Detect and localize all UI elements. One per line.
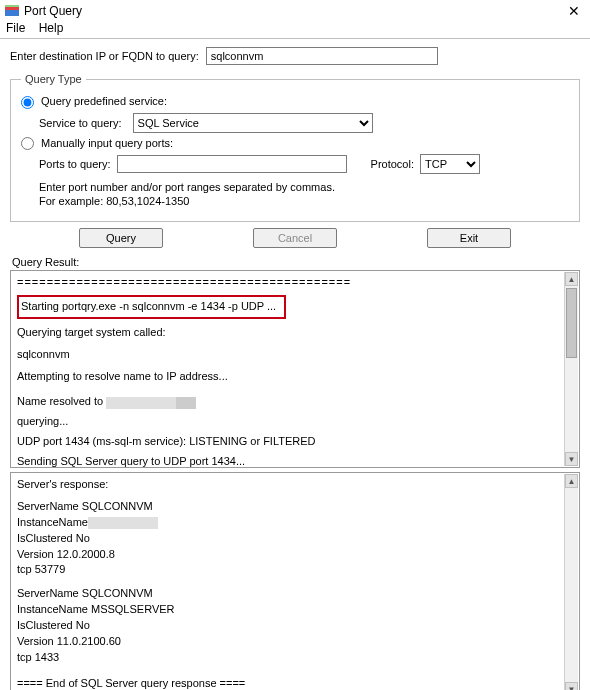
result-content-bottom[interactable]: Server's response: ServerName SQLCONNVM … bbox=[17, 477, 573, 690]
exit-button[interactable]: Exit bbox=[427, 228, 511, 248]
result-box-top: ▲ ▼ ====================================… bbox=[10, 270, 580, 468]
result-line: Sending SQL Server query to UDP port 143… bbox=[17, 454, 559, 468]
result-line: ==== End of SQL Server query response ==… bbox=[17, 676, 559, 690]
menu-help[interactable]: Help bbox=[39, 21, 64, 35]
result-line: InstanceName bbox=[17, 515, 559, 531]
destination-row: Enter destination IP or FQDN to query: bbox=[10, 47, 580, 65]
result-line: IsClustered No bbox=[17, 618, 559, 634]
scrollbar-bottom[interactable]: ▲ ▼ bbox=[564, 474, 578, 690]
result-line: Querying target system called: bbox=[17, 325, 559, 341]
query-type-legend: Query Type bbox=[21, 73, 86, 85]
result-line: Attempting to resolve name to IP address… bbox=[17, 369, 559, 385]
svg-rect-2 bbox=[5, 5, 19, 7]
manual-radio[interactable] bbox=[21, 137, 34, 150]
ports-input[interactable] bbox=[117, 155, 347, 173]
highlight-cmd: Starting portqry.exe -n sqlconnvm -e 143… bbox=[17, 295, 286, 319]
window-title: Port Query bbox=[24, 4, 562, 18]
result-line: tcp 1433 bbox=[17, 650, 559, 666]
scroll-down-icon[interactable]: ▼ bbox=[565, 682, 578, 690]
scrollbar-top[interactable]: ▲ ▼ bbox=[564, 272, 578, 466]
result-line: Server's response: bbox=[17, 477, 559, 493]
service-label: Service to query: bbox=[39, 117, 122, 129]
predefined-radio-label[interactable]: Query predefined service: bbox=[21, 95, 167, 107]
destination-input[interactable] bbox=[206, 47, 438, 65]
query-button[interactable]: Query bbox=[79, 228, 163, 248]
scroll-thumb[interactable] bbox=[566, 288, 577, 358]
result-line: sqlconnvm bbox=[17, 347, 559, 363]
result-line: UDP port 1434 (ms-sql-m service): LISTEN… bbox=[17, 434, 559, 450]
button-row: Query Cancel Exit bbox=[10, 228, 580, 248]
result-line: tcp 53779 bbox=[17, 562, 559, 578]
result-line: querying... bbox=[17, 414, 559, 430]
service-select[interactable]: SQL Service bbox=[133, 113, 373, 133]
manual-radio-label[interactable]: Manually input query ports: bbox=[21, 137, 173, 149]
result-line: Version 11.0.2100.60 bbox=[17, 634, 559, 650]
scroll-up-icon[interactable]: ▲ bbox=[565, 272, 578, 286]
svg-rect-1 bbox=[5, 7, 19, 10]
close-icon[interactable]: ✕ bbox=[562, 3, 586, 19]
cancel-button: Cancel bbox=[253, 228, 337, 248]
destination-label: Enter destination IP or FQDN to query: bbox=[10, 50, 199, 62]
result-line: IsClustered No bbox=[17, 531, 559, 547]
redacted-ip bbox=[106, 397, 196, 409]
result-line: Name resolved to bbox=[17, 394, 559, 410]
menu-file[interactable]: File bbox=[6, 21, 25, 35]
scroll-down-icon[interactable]: ▼ bbox=[565, 452, 578, 466]
result-line: ServerName SQLCONNVM bbox=[17, 586, 559, 602]
query-type-group: Query Type Query predefined service: Ser… bbox=[10, 73, 580, 222]
protocol-label: Protocol: bbox=[371, 158, 414, 170]
redacted-instance bbox=[88, 517, 158, 529]
ports-hint: Enter port number and/or port ranges sep… bbox=[39, 180, 569, 209]
menubar: File Help bbox=[0, 20, 590, 39]
app-icon bbox=[4, 3, 20, 19]
protocol-select[interactable]: TCP bbox=[420, 154, 480, 174]
result-line: ServerName SQLCONNVM bbox=[17, 499, 559, 515]
predefined-radio[interactable] bbox=[21, 96, 34, 109]
titlebar: Port Query ✕ bbox=[0, 0, 590, 20]
result-line: Version 12.0.2000.8 bbox=[17, 547, 559, 563]
result-line: InstanceName MSSQLSERVER bbox=[17, 602, 559, 618]
ports-label: Ports to query: bbox=[39, 158, 111, 170]
scroll-up-icon[interactable]: ▲ bbox=[565, 474, 578, 488]
result-box-bottom: ▲ ▼ Server's response: ServerName SQLCON… bbox=[10, 472, 580, 690]
result-content-top[interactable]: ========================================… bbox=[17, 275, 573, 468]
query-result-label: Query Result: bbox=[12, 256, 580, 268]
result-line: ========================================… bbox=[17, 275, 559, 291]
